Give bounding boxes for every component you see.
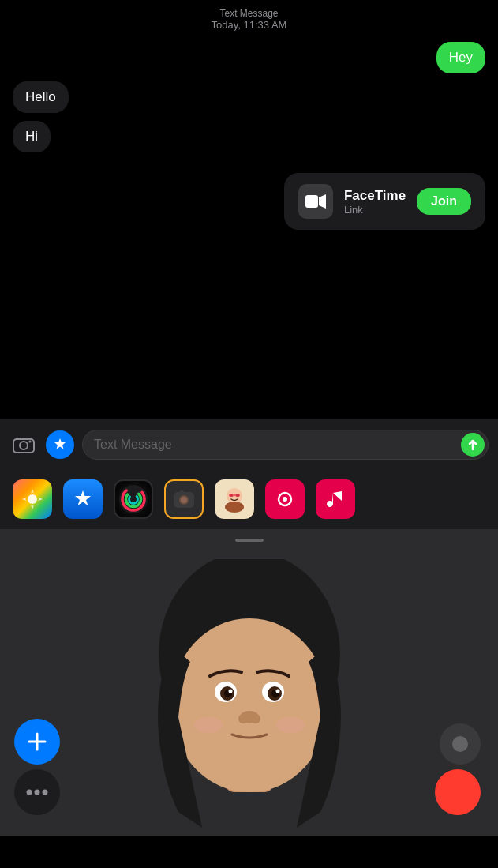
photos-icon: [21, 487, 44, 511]
message-row-received-hi: Hi: [13, 121, 485, 157]
plus-icon: [26, 731, 48, 753]
more-dots-icon: [26, 788, 48, 796]
camera-button[interactable]: [9, 430, 38, 459]
apps-button[interactable]: [46, 430, 74, 459]
svg-rect-23: [229, 494, 234, 497]
svg-rect-0: [305, 195, 318, 208]
svg-point-27: [283, 497, 287, 502]
facetime-subtitle: Link: [344, 204, 406, 216]
facetime-bubble-row: FaceTime Link Join: [13, 173, 485, 230]
video-camera-icon: [305, 191, 326, 212]
svg-marker-7: [31, 489, 34, 494]
svg-point-49: [452, 736, 468, 752]
message-time: Today, 11:33 AM: [13, 19, 485, 31]
app-icon-memoji-stickers[interactable]: [215, 479, 254, 519]
svg-marker-1: [319, 194, 326, 209]
record-button[interactable]: [435, 769, 481, 815]
chat-area: Text Message Today, 11:33 AM Hey Hello H…: [0, 0, 498, 419]
svg-point-30: [170, 618, 328, 792]
svg-point-42: [194, 717, 223, 733]
app-strip: [0, 469, 498, 529]
fitness-icon: [116, 482, 151, 517]
options-button[interactable]: [14, 769, 60, 815]
svg-point-41: [251, 714, 260, 723]
svg-point-3: [20, 442, 28, 449]
svg-point-46: [27, 790, 32, 795]
digital-touch-icon: [274, 488, 296, 510]
facetime-bubble: FaceTime Link Join: [284, 173, 485, 230]
app-icon-music[interactable]: [316, 479, 355, 519]
app-icon-memoji-camera[interactable]: [164, 479, 204, 519]
svg-point-48: [43, 790, 48, 795]
add-button[interactable]: [14, 719, 60, 765]
bubble-received-hello[interactable]: Hello: [13, 81, 69, 113]
text-input-placeholder: Text Message: [94, 438, 172, 452]
memoji-stickers-icon: [220, 485, 249, 513]
facetime-info: FaceTime Link: [344, 188, 406, 216]
bubble-received-hi[interactable]: Hi: [13, 121, 51, 152]
svg-rect-24: [235, 494, 240, 497]
svg-point-37: [228, 690, 232, 693]
send-button[interactable]: [461, 433, 485, 457]
svg-point-43: [276, 717, 305, 733]
app-icon-fitness[interactable]: [114, 479, 153, 519]
send-arrow-icon: [466, 438, 479, 451]
mirror-button[interactable]: [440, 723, 481, 765]
svg-point-47: [35, 790, 40, 795]
svg-marker-10: [38, 498, 43, 501]
memoji-camera-area: [0, 543, 498, 836]
drag-indicator-wrap: [0, 529, 498, 543]
text-input-wrap[interactable]: Text Message: [82, 430, 489, 460]
app-icon-appstore[interactable]: [63, 479, 103, 519]
drag-indicator: [235, 539, 264, 542]
appstore-icon: [71, 487, 95, 511]
message-row-received-hello: Hello: [13, 81, 485, 118]
message-row-sent: Hey: [13, 42, 485, 78]
svg-point-40: [238, 714, 248, 723]
input-bar: Text Message: [0, 419, 498, 469]
svg-marker-9: [22, 498, 27, 501]
svg-point-17: [181, 497, 187, 503]
svg-point-6: [28, 494, 37, 504]
svg-rect-18: [180, 490, 184, 494]
svg-rect-4: [20, 438, 24, 440]
app-icon-photos[interactable]: [13, 479, 52, 519]
message-date: Text Message: [13, 8, 485, 19]
timestamp-header: Text Message Today, 11:33 AM: [13, 8, 485, 31]
svg-marker-8: [31, 505, 34, 509]
app-icon-digital-touch[interactable]: [265, 479, 305, 519]
join-button[interactable]: Join: [417, 188, 471, 215]
camera-icon: [13, 435, 35, 454]
flip-icon: [450, 734, 470, 754]
appstore-small-icon: [52, 437, 68, 453]
facetime-icon: [298, 184, 333, 219]
svg-point-20: [225, 502, 244, 513]
memoji-face-svg: [139, 559, 360, 828]
memoji-camera-icon: [171, 487, 197, 512]
svg-point-5: [29, 440, 32, 442]
bubble-sent-hey[interactable]: Hey: [436, 42, 485, 73]
svg-point-38: [275, 690, 279, 693]
facetime-title: FaceTime: [344, 188, 406, 204]
music-icon: [324, 488, 346, 510]
